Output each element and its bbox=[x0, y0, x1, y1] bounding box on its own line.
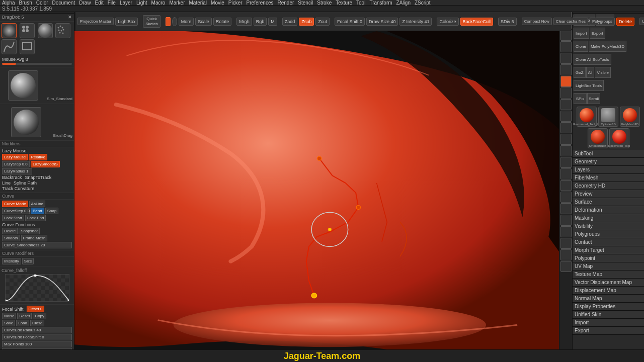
lightbox-btn[interactable]: LightBox bbox=[115, 18, 138, 26]
menu-item-file[interactable]: File bbox=[108, 0, 116, 6]
far-right-btn13[interactable] bbox=[560, 168, 572, 179]
far-right-btn21[interactable] bbox=[560, 261, 572, 272]
geometry-hd-section[interactable]: Geometry HD bbox=[573, 182, 644, 190]
reset-btn[interactable]: Reset bbox=[17, 313, 32, 319]
make-polymesh-btn[interactable]: Make PolyMesh3D bbox=[589, 41, 626, 52]
menu-item-zalign[interactable]: ZAlign bbox=[396, 0, 411, 6]
brush-icon-rect[interactable] bbox=[20, 39, 35, 54]
brush-icon-dragdot[interactable] bbox=[2, 23, 17, 38]
right-brush-smoke[interactable]: SmokeBrush bbox=[588, 128, 608, 148]
vector-displacement-section[interactable]: Vector Displacement Map bbox=[573, 279, 644, 287]
smooth-btn[interactable]: Smooth bbox=[2, 235, 20, 241]
frame-mesh-btn[interactable]: Frame Mesh bbox=[21, 235, 48, 241]
menu-item-edit[interactable]: Edit bbox=[95, 0, 104, 6]
curve-edit-focal-btn[interactable]: CurveEdit FocalShift 0 bbox=[2, 334, 72, 340]
intensity-btn[interactable]: Intensity bbox=[2, 258, 21, 264]
m-btn[interactable]: M bbox=[268, 18, 277, 26]
close-btn[interactable]: Close bbox=[30, 320, 44, 326]
spix-btn[interactable]: SPix bbox=[574, 93, 587, 104]
polygroups-section[interactable]: Polygroups bbox=[573, 230, 644, 238]
menu-item-texture[interactable]: Texture bbox=[336, 0, 352, 6]
snap-btn[interactable]: Snap bbox=[45, 208, 59, 214]
lazysmooth-btn[interactable]: LazySmoothS bbox=[31, 161, 60, 167]
right-brush-recovered2[interactable]: Recovered_Tool bbox=[609, 128, 629, 148]
right-brush-recovered[interactable]: Recovered_Tool_48 bbox=[577, 107, 597, 127]
far-right-btn14[interactable] bbox=[560, 180, 572, 191]
brush-icon-dots[interactable] bbox=[20, 23, 35, 38]
far-right-btn11[interactable] bbox=[560, 145, 572, 156]
max-points-btn[interactable]: Max Points 100 bbox=[2, 341, 72, 347]
goz-btn[interactable]: GoZ bbox=[574, 67, 586, 78]
mouse-avg-slider[interactable] bbox=[2, 63, 72, 65]
far-right-btn16[interactable] bbox=[560, 203, 572, 214]
masking-section[interactable]: Masking bbox=[573, 214, 644, 222]
left-panel-scroll[interactable]: DragDot: 5 ✕ bbox=[0, 14, 74, 362]
far-right-btn18[interactable] bbox=[560, 226, 572, 237]
draw-mode-circle-btn[interactable] bbox=[172, 17, 177, 26]
lock-start-btn[interactable]: Lock Start bbox=[2, 215, 24, 221]
focal-shift-btn[interactable]: Focal Shift 0 bbox=[335, 18, 365, 26]
zadd-btn[interactable]: Zadd bbox=[282, 18, 298, 26]
lock-end-btn[interactable]: Lock End bbox=[25, 215, 46, 221]
dragdot-x-btn[interactable]: ✕ bbox=[68, 15, 72, 20]
far-right-btn20[interactable] bbox=[560, 249, 572, 260]
displacement-map-section[interactable]: Displacement Map bbox=[573, 287, 644, 295]
brush-icon-freehand[interactable] bbox=[2, 39, 17, 54]
display-properties-section[interactable]: Display Properties bbox=[573, 303, 644, 311]
more-btn[interactable]: More bbox=[179, 18, 194, 26]
far-right-btn6[interactable] bbox=[560, 87, 572, 99]
clone-btn[interactable]: Clone bbox=[574, 41, 588, 52]
morph-target-section[interactable]: Morph Target bbox=[573, 246, 644, 254]
brush-icon-dragbrush[interactable] bbox=[38, 23, 53, 38]
clear-cache-btn[interactable]: Clear cacha files bbox=[553, 18, 588, 25]
visible-btn[interactable]: Visible bbox=[595, 67, 610, 78]
compact-now-btn[interactable]: Compact Now bbox=[522, 18, 552, 25]
z-intensity-btn[interactable]: Z Intensity 41 bbox=[399, 18, 432, 26]
menu-item-picker[interactable]: Picker bbox=[228, 0, 243, 6]
menu-item-layer[interactable]: Layer bbox=[120, 0, 132, 6]
falloff-curve-canvas[interactable] bbox=[5, 274, 69, 302]
draw-mode-square-btn[interactable] bbox=[166, 17, 171, 26]
far-right-btn15[interactable] bbox=[560, 192, 572, 203]
export-section[interactable]: Export bbox=[573, 327, 644, 335]
brush-thumb-1[interactable] bbox=[8, 70, 38, 101]
right-brush-polymesh[interactable]: PolyMesh3D bbox=[620, 107, 640, 127]
mrgh-btn[interactable]: Mrgh bbox=[236, 18, 252, 26]
model-viewport[interactable] bbox=[74, 31, 559, 349]
uv-map-section[interactable]: UV Map bbox=[573, 262, 644, 270]
far-right-btn7[interactable] bbox=[560, 99, 572, 110]
menu-item-transform[interactable]: Transform bbox=[369, 0, 392, 6]
save-btn[interactable]: Save bbox=[2, 320, 15, 326]
clone-all-btn[interactable]: Clone All SubTools bbox=[574, 54, 611, 65]
colorize-btn[interactable]: Colorize bbox=[437, 18, 458, 26]
offset-btn[interactable]: Offset 0 bbox=[27, 306, 45, 312]
snapshot-btn[interactable]: Snapshot bbox=[19, 228, 40, 234]
projection-master-btn[interactable]: Projection Master bbox=[77, 18, 114, 26]
far-right-btn5[interactable] bbox=[560, 64, 572, 75]
far-right-orange-btn2[interactable] bbox=[560, 76, 572, 87]
copy-btn[interactable]: Copy bbox=[33, 313, 46, 319]
menu-item-movie[interactable]: Movie bbox=[211, 0, 224, 6]
menu-item-brush[interactable]: Brush bbox=[19, 0, 32, 6]
geometry-section[interactable]: Geometry bbox=[573, 158, 644, 166]
far-right-btn9[interactable] bbox=[560, 122, 572, 133]
curve-smoothness-btn[interactable]: Curve_Smoothness 20 bbox=[2, 242, 72, 248]
far-right-btn19[interactable] bbox=[560, 238, 572, 249]
size-btn[interactable]: Size bbox=[22, 258, 34, 264]
polygroups-btn[interactable]: Polygroups bbox=[590, 18, 615, 25]
fibermesh-section[interactable]: FiberMesh bbox=[573, 174, 644, 182]
menu-item-macro[interactable]: Macro bbox=[151, 0, 166, 6]
brush-icon-spray[interactable] bbox=[55, 23, 70, 38]
right-brush-cylinder[interactable]: Cylinder3D bbox=[598, 107, 618, 127]
menu-item-color[interactable]: Color bbox=[36, 0, 48, 6]
menu-item-draw[interactable]: Draw bbox=[79, 0, 91, 6]
unified-skin-section[interactable]: Unified Skin bbox=[573, 311, 644, 319]
far-right-btn12[interactable] bbox=[560, 157, 572, 168]
layers-section[interactable]: Layers bbox=[573, 166, 644, 174]
far-right-btn3[interactable] bbox=[560, 41, 572, 52]
far-right-btn8[interactable] bbox=[560, 111, 572, 122]
contact-section[interactable]: Contact bbox=[573, 238, 644, 246]
far-right-btn4[interactable] bbox=[560, 53, 572, 64]
menu-item-material[interactable]: Material bbox=[189, 0, 207, 6]
import-btn[interactable]: Import bbox=[574, 28, 589, 39]
